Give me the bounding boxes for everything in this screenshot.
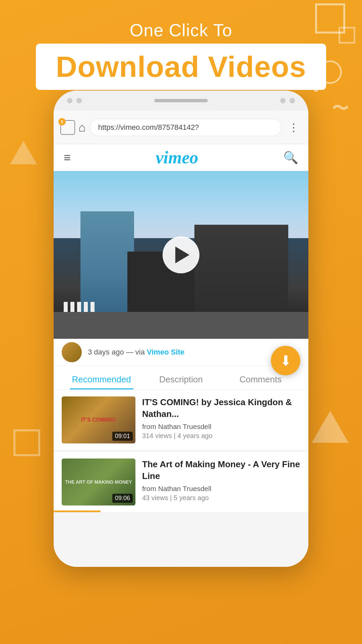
video-card-1[interactable]: IT'S COMING! 09:01 IT'S COMING! by Jessi… — [54, 390, 308, 450]
camera-dot-4 — [290, 98, 295, 103]
download-fab-button[interactable]: ⬇ — [271, 346, 300, 375]
camera-dot-2 — [76, 98, 82, 103]
tab-active-underline — [70, 388, 133, 389]
thumb-text-1: IT'S COMING! — [78, 414, 119, 426]
vimeo-nav: ≡ vimeo 🔍 — [54, 144, 308, 171]
vimeo-site-link[interactable]: Vimeo Site — [147, 348, 184, 356]
tab-recommended[interactable]: Recommended — [62, 374, 141, 389]
url-text: https://vimeo.com/875784142? — [98, 123, 199, 132]
camera-dot-1 — [67, 98, 72, 103]
deco-wave-right: 〜 — [332, 97, 349, 120]
tabs-row: Recommended Description Comments — [54, 366, 308, 390]
crosswalk — [64, 302, 97, 312]
phone-frame: 1 ⌂ https://vimeo.com/875784142? ⋮ ≡ vim… — [54, 91, 308, 567]
download-icon: ⬇ — [280, 353, 292, 369]
header-title: Download Videos — [56, 50, 306, 83]
video-meta-1: IT'S COMING! by Jessica Kingdon & Nathan… — [142, 396, 300, 440]
search-icon[interactable]: 🔍 — [283, 151, 298, 165]
thumb-duration-1: 09:01 — [112, 432, 133, 441]
tab-icon[interactable]: 1 — [60, 120, 75, 135]
tab-badge: 1 — [58, 118, 66, 125]
deco-triangle-right — [312, 411, 349, 443]
camera-dot-3 — [280, 98, 286, 103]
tab-description[interactable]: Description — [141, 374, 221, 389]
video-thumb-2: THE ART OF MAKING MONEY 09:06 — [62, 459, 135, 505]
road — [54, 312, 308, 339]
header-title-box: Download Videos — [36, 44, 326, 90]
browser-chrome: 1 ⌂ https://vimeo.com/875784142? ⋮ — [54, 111, 308, 144]
video-stats-2: 43 views | 5 years ago — [142, 494, 300, 502]
deco-square-bottom-left — [13, 429, 40, 456]
video-player[interactable] — [54, 171, 308, 339]
tab-icons: 1 ⌂ — [60, 120, 86, 135]
video-meta-2: The Art of Making Money - A Very Fine Li… — [142, 459, 300, 502]
phone-camera-dots — [67, 98, 82, 103]
thumb-duration-2: 09:06 — [112, 494, 133, 503]
header-subtitle: One Click To — [0, 20, 362, 40]
hamburger-icon[interactable]: ≡ — [64, 151, 71, 165]
video-title-1: IT'S COMING! by Jessica Kingdon & Nathan… — [142, 396, 300, 420]
video-title-2: The Art of Making Money - A Very Fine Li… — [142, 459, 300, 482]
home-icon[interactable]: ⌂ — [78, 120, 86, 135]
avatar — [62, 342, 82, 362]
play-button[interactable] — [163, 236, 199, 273]
video-thumb-1: IT'S COMING! 09:01 — [62, 396, 135, 443]
address-bar[interactable]: https://vimeo.com/875784142? — [90, 119, 282, 136]
header-section: One Click To Download Videos — [0, 20, 362, 90]
browser-menu-dots[interactable]: ⋮ — [286, 121, 302, 134]
video-card-2[interactable]: THE ART OF MAKING MONEY 09:06 The Art of… — [54, 452, 308, 513]
phone-speaker — [154, 99, 208, 102]
tab-comments[interactable]: Comments — [221, 374, 300, 389]
play-triangle-icon — [175, 247, 189, 263]
video-info-bar: 3 days ago — via Vimeo Site ⬇ — [54, 339, 308, 366]
video-from-1: from Nathan Truesdell — [142, 423, 300, 431]
vimeo-logo: vimeo — [71, 148, 283, 167]
phone-right-dots — [280, 98, 295, 103]
video-from-2: from Nathan Truesdell — [142, 485, 300, 493]
progress-bar — [54, 511, 101, 512]
video-posted-text: 3 days ago — via Vimeo Site — [88, 348, 184, 357]
deco-triangle-left — [10, 141, 37, 164]
video-background — [54, 171, 308, 339]
recommended-list: IT'S COMING! 09:01 IT'S COMING! by Jessi… — [54, 390, 308, 567]
thumb-text-2: THE ART OF MAKING MONEY — [62, 476, 135, 488]
phone-top-bar — [54, 91, 308, 111]
video-stats-1: 314 views | 4 years ago — [142, 432, 300, 440]
